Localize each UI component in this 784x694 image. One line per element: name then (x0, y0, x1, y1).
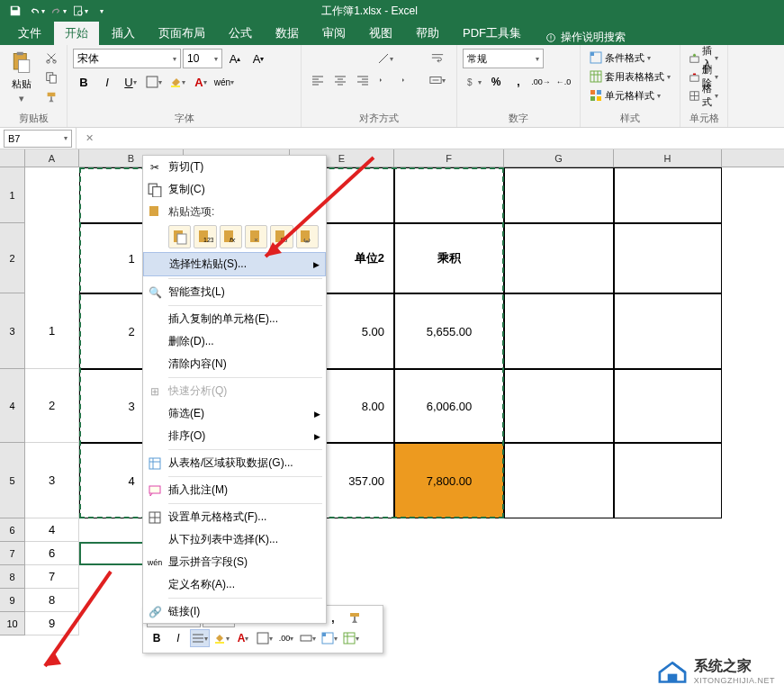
cell-a8[interactable]: 7 (25, 565, 79, 589)
cell-g3[interactable] (504, 293, 614, 369)
mini-fill-color[interactable]: ▾ (212, 629, 231, 647)
ctx-dropdown-list[interactable]: 从下拉列表中选择(K)... (143, 528, 326, 551)
tab-view[interactable]: 视图 (358, 22, 403, 45)
merge-center-button[interactable]: ▾ (424, 70, 451, 90)
row-header[interactable]: 7 (0, 542, 25, 565)
fill-color-button[interactable]: ▾ (167, 72, 188, 92)
cell-h1[interactable] (614, 167, 722, 223)
cell-e5[interactable]: 7,800.00 (394, 443, 504, 518)
cancel-formula-button[interactable]: ✕ (82, 131, 96, 146)
mini-conditional[interactable]: ▾ (320, 629, 339, 647)
tab-home[interactable]: 开始 (54, 22, 99, 45)
row-header[interactable]: 9 (0, 589, 25, 612)
decrease-decimal-button[interactable]: ←.0 (553, 72, 574, 92)
ctx-link[interactable]: 🔗链接(I) (143, 600, 326, 623)
row-header[interactable]: 10 (0, 612, 25, 635)
save-button[interactable] (7, 3, 23, 19)
font-color-button[interactable]: A▾ (190, 72, 212, 92)
mini-decimal[interactable]: .00▾ (276, 629, 296, 647)
cell-h2[interactable] (614, 223, 722, 293)
cell-a6[interactable]: 4 (25, 518, 79, 542)
mini-merge[interactable]: ▾ (298, 629, 318, 647)
cut-button[interactable] (41, 49, 61, 67)
increase-decimal-button[interactable]: .00→ (530, 72, 552, 92)
align-left-button[interactable] (307, 70, 329, 90)
format-cells-button[interactable]: 格式▾ (686, 86, 722, 104)
conditional-format-button[interactable]: 条件格式▾ (586, 49, 674, 67)
underline-button[interactable]: U▾ (120, 72, 141, 92)
undo-button[interactable]: ▾ (29, 3, 45, 19)
font-name-select[interactable]: 宋体▾ (73, 49, 181, 68)
ctx-format-cells[interactable]: 设置单元格格式(F)... (143, 506, 326, 528)
align-center-button[interactable] (329, 70, 351, 90)
cell-style-button[interactable]: 单元格样式▾ (586, 86, 674, 104)
paste-button[interactable]: 粘贴 ▾ (5, 49, 38, 106)
mini-table-style[interactable]: ▾ (341, 629, 361, 647)
orientation-button[interactable]: ▾ (374, 49, 396, 68)
row-header[interactable]: 2 (0, 223, 25, 293)
cell-a10[interactable]: 9 (25, 612, 79, 635)
cell-h4[interactable] (614, 369, 722, 443)
ctx-sort[interactable]: 排序(O)▶ (143, 425, 326, 447)
tab-formula[interactable]: 公式 (218, 22, 263, 45)
tab-pdf-tools[interactable]: PDF工具集 (452, 22, 532, 45)
currency-button[interactable]: $▾ (463, 72, 484, 92)
table-format-button[interactable]: 套用表格格式▾ (586, 68, 674, 86)
col-header-h[interactable]: H (614, 149, 722, 167)
copy-button[interactable] (41, 68, 61, 86)
align-middle-button[interactable] (329, 49, 351, 68)
border-button[interactable]: ▾ (143, 72, 165, 92)
ctx-copy[interactable]: 复制(C) (143, 178, 326, 201)
wrap-text-button[interactable] (424, 49, 451, 68)
comma-button[interactable]: , (508, 72, 529, 92)
ctx-smart-lookup[interactable]: 🔍智能查找(L) (143, 281, 326, 303)
paste-values-button[interactable]: 123 (194, 225, 216, 248)
print-preview-button[interactable]: ▾ (72, 3, 88, 19)
bold-button[interactable]: B (73, 72, 95, 92)
cell-a9[interactable]: 8 (25, 589, 79, 612)
paste-formulas-button[interactable]: fx (220, 225, 242, 248)
mini-bold[interactable]: B (147, 629, 167, 647)
cell-a4[interactable]: 2 (25, 369, 79, 443)
cell-h5[interactable] (614, 443, 722, 518)
italic-button[interactable]: I (96, 72, 118, 92)
tab-data[interactable]: 数据 (265, 22, 310, 45)
cell-a7[interactable]: 6 (25, 542, 79, 565)
tab-file[interactable]: 文件 (7, 22, 52, 45)
row-header[interactable]: 4 (0, 369, 25, 443)
row-header[interactable]: 1 (0, 167, 25, 223)
ctx-get-data[interactable]: 从表格/区域获取数据(G)... (143, 452, 326, 474)
cell-e3[interactable]: 5,655.00 (394, 293, 504, 369)
col-header-g[interactable]: G (504, 149, 614, 167)
increase-font-button[interactable]: A▴ (224, 49, 246, 68)
ctx-show-pinyin[interactable]: wén显示拼音字段(S) (143, 551, 326, 573)
select-all-corner[interactable] (0, 149, 25, 167)
row-header[interactable]: 3 (0, 293, 25, 369)
font-size-select[interactable]: 10▾ (183, 49, 222, 68)
mini-font-color[interactable]: A▾ (233, 629, 253, 647)
increase-indent-button[interactable] (397, 70, 419, 90)
paste-all-button[interactable] (168, 225, 191, 248)
phonetic-button[interactable]: wén▾ (213, 72, 235, 92)
decrease-font-button[interactable]: A▾ (248, 49, 269, 68)
col-header-a[interactable]: A (25, 149, 79, 167)
row-header[interactable]: 6 (0, 518, 25, 542)
ctx-cut[interactable]: ✂剪切(T) (143, 156, 326, 178)
cell-h3[interactable] (614, 293, 722, 369)
cells-area[interactable]: 单位2 乘积 1 1 2 5.00 5,655.00 2 3 8.00 6,00… (25, 167, 784, 671)
tab-review[interactable]: 审阅 (311, 22, 356, 45)
align-top-button[interactable] (307, 49, 329, 68)
paste-formatting-button[interactable]: % (270, 225, 293, 248)
cell-f1[interactable] (394, 167, 504, 223)
row-header[interactable]: 8 (0, 565, 25, 589)
ctx-insert-comment[interactable]: 插入批注(M) (143, 479, 326, 501)
paste-transpose-button[interactable] (245, 225, 267, 248)
format-painter-button[interactable] (41, 88, 61, 106)
ctx-define-name[interactable]: 定义名称(A)... (143, 573, 326, 596)
tab-insert[interactable]: 插入 (101, 22, 146, 45)
redo-button[interactable]: ▾ (50, 3, 67, 19)
col-header-f[interactable]: F (394, 149, 504, 167)
decrease-indent-button[interactable] (374, 70, 396, 90)
qat-customize-button[interactable]: ▾ (94, 3, 110, 19)
cell-a5[interactable]: 3 (25, 443, 79, 518)
